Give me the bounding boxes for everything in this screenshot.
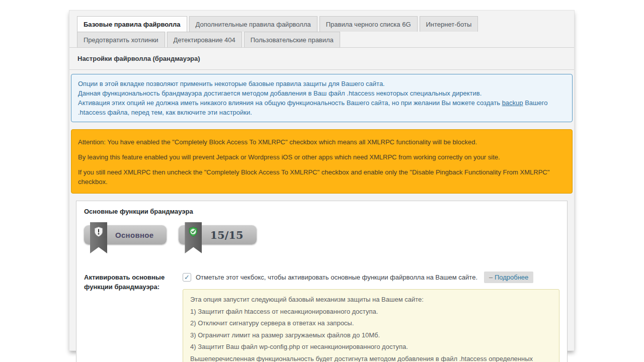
tab-basic-firewall-rules[interactable]: Базовые правила файрволла — [77, 16, 187, 32]
warning-paragraph-2: By leaving this feature enabled you will… — [78, 152, 566, 162]
info-line-1: Опции в этой вкладке позволяют применить… — [78, 79, 566, 88]
yellow-line-4: 4) Защитит Ваш файл wp-config.php от нес… — [190, 341, 552, 353]
more-info-label: Подробнее — [495, 274, 528, 281]
tab-internet-bots[interactable]: Интернет-боты — [420, 16, 478, 32]
enable-basic-firewall-row: Активировать основные функции брандмауэр… — [84, 272, 559, 362]
badge-basic-ribbon — [90, 222, 107, 253]
enable-basic-firewall-label: Активировать основные функции брандмауэр… — [84, 272, 183, 362]
page-title: Настройки файрволла (брандмауэра) — [69, 48, 574, 70]
firewall-settings-panel: Базовые правила файрволла Дополнительные… — [69, 10, 575, 351]
info-box-yellow: Эта опция запустит следующий базовый мех… — [183, 289, 559, 362]
warning-paragraph-1: Attention: You have enabled the "Complet… — [78, 137, 566, 147]
info-box-blue: Опции в этой вкладке позволяют применить… — [71, 74, 573, 122]
shield-check-icon — [188, 226, 199, 238]
section-title: Основные функции брандмауэра — [84, 208, 559, 215]
yellow-line-3: 3) Ограничит лимит на размер загружаемых… — [190, 329, 552, 341]
warning-paragraph-3: If you still need XMLRPC then uncheck th… — [78, 167, 566, 187]
tab-6g-blacklist-rules[interactable]: Правила черного списка 6G — [319, 16, 418, 32]
security-badges: Основное 15/15 — [84, 222, 559, 260]
backup-link[interactable]: backup — [502, 99, 523, 107]
basic-firewall-settings-box: Основные функции брандмауэра Основное 15… — [76, 201, 568, 362]
tab-bar: Базовые правила файрволла Дополнительные… — [69, 11, 574, 48]
badge-basic-label: Основное — [115, 231, 153, 239]
checkbox-description: Отметьте этот чекбокс, чтобы активироват… — [196, 274, 477, 281]
info-line-2: Данная функциональность брандмауэра дост… — [78, 88, 566, 98]
enable-basic-firewall-checkbox[interactable]: ✓ — [183, 273, 191, 282]
tab-custom-rules[interactable]: Пользовательские правила — [244, 32, 340, 47]
yellow-line-2: 2) Отключит сигнатуру сервера в ответах … — [190, 317, 552, 329]
yellow-line-intro: Эта опция запустит следующий базовый мех… — [190, 294, 552, 306]
yellow-line-1: 1) Защитит файл htaccess от несанкционир… — [190, 306, 552, 318]
badge-basic: Основное — [84, 222, 167, 260]
more-info-toggle-button[interactable]: – Подробнее — [484, 272, 533, 283]
badge-score: 15/15 — [179, 222, 256, 260]
warning-box-xmlrpc: Attention: You have enabled the "Complet… — [71, 129, 573, 194]
enable-basic-firewall-content: ✓ Отметьте этот чекбокс, чтобы активиров… — [183, 272, 559, 362]
tab-prevent-hotlinks[interactable]: Предотвратить хотлинки — [77, 32, 165, 47]
info-line-3-text: Активация этих опций не должна иметь ник… — [78, 99, 502, 107]
badge-score-label: 15/15 — [210, 229, 243, 241]
tab-additional-firewall-rules[interactable]: Дополнительные правила файрволла — [189, 16, 317, 32]
yellow-line-summary: Вышеперечисленная функциональность будет… — [190, 353, 552, 362]
collapse-minus-icon: – — [489, 274, 493, 281]
shield-exclamation-icon — [93, 226, 104, 238]
info-line-3: Активация этих опций не должна иметь ник… — [78, 98, 566, 117]
checkbox-line: ✓ Отметьте этот чекбокс, чтобы активиров… — [183, 272, 559, 283]
badge-score-ribbon — [185, 222, 202, 253]
tab-404-detection[interactable]: Детектирование 404 — [167, 32, 242, 47]
